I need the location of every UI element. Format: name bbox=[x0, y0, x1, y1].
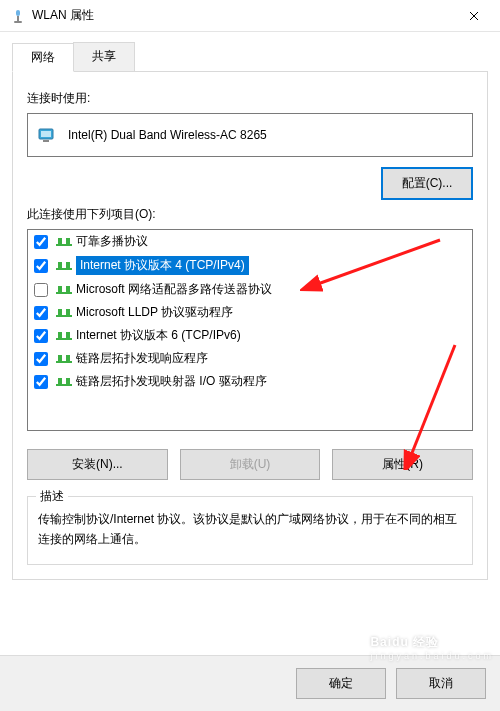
list-item-label: Internet 协议版本 6 (TCP/IPv6) bbox=[76, 327, 241, 344]
list-item[interactable]: 链路层拓扑发现映射器 I/O 驱动程序 bbox=[28, 370, 472, 393]
list-buttons: 安装(N)... 卸载(U) 属性(R) bbox=[27, 449, 473, 480]
description-group: 描述 传输控制协议/Internet 协议。该协议是默认的广域网络协议，用于在不… bbox=[27, 496, 473, 565]
items-label: 此连接使用下列项目(O): bbox=[27, 206, 473, 223]
svg-rect-25 bbox=[58, 378, 62, 384]
svg-rect-13 bbox=[58, 286, 62, 292]
list-item-label: 可靠多播协议 bbox=[76, 233, 148, 250]
tab-page-network: 连接时使用: Intel(R) Dual Band Wireless-AC 82… bbox=[12, 72, 488, 580]
list-item-checkbox[interactable] bbox=[34, 306, 48, 320]
svg-rect-22 bbox=[58, 355, 62, 361]
network-icon bbox=[56, 352, 72, 366]
svg-rect-16 bbox=[58, 309, 62, 315]
uninstall-button: 卸载(U) bbox=[180, 449, 321, 480]
list-item[interactable]: Internet 协议版本 4 (TCP/IPv4) bbox=[28, 253, 472, 278]
svg-rect-6 bbox=[56, 244, 72, 246]
tab-network[interactable]: 网络 bbox=[12, 43, 74, 72]
svg-rect-23 bbox=[66, 355, 70, 361]
svg-rect-12 bbox=[56, 292, 72, 294]
watermark-brand: Baidu 经验 bbox=[370, 635, 439, 649]
properties-button[interactable]: 属性(R) bbox=[332, 449, 473, 480]
list-item-label: 链路层拓扑发现响应程序 bbox=[76, 350, 208, 367]
list-item-checkbox[interactable] bbox=[34, 235, 48, 249]
svg-rect-21 bbox=[56, 361, 72, 363]
svg-rect-15 bbox=[56, 315, 72, 317]
svg-rect-4 bbox=[41, 131, 51, 137]
list-item-checkbox[interactable] bbox=[34, 352, 48, 366]
list-item[interactable]: 链路层拓扑发现响应程序 bbox=[28, 347, 472, 370]
svg-rect-20 bbox=[66, 332, 70, 338]
network-icon bbox=[56, 329, 72, 343]
network-icon bbox=[56, 259, 72, 273]
network-icon bbox=[56, 306, 72, 320]
network-icon bbox=[56, 283, 72, 297]
ok-button[interactable]: 确定 bbox=[296, 668, 386, 699]
svg-rect-2 bbox=[14, 21, 22, 23]
svg-rect-0 bbox=[16, 10, 20, 16]
tab-sharing[interactable]: 共享 bbox=[73, 42, 135, 71]
svg-rect-8 bbox=[66, 238, 70, 244]
svg-rect-10 bbox=[58, 262, 62, 268]
close-button[interactable] bbox=[451, 1, 496, 31]
list-item-label: Microsoft 网络适配器多路传送器协议 bbox=[76, 281, 272, 298]
list-item[interactable]: Microsoft 网络适配器多路传送器协议 bbox=[28, 278, 472, 301]
list-item-label: Microsoft LLDP 协议驱动程序 bbox=[76, 304, 233, 321]
description-legend: 描述 bbox=[36, 488, 68, 505]
svg-rect-1 bbox=[17, 16, 19, 21]
configure-button[interactable]: 配置(C)... bbox=[381, 167, 473, 200]
list-item-checkbox[interactable] bbox=[34, 259, 48, 273]
adapter-name: Intel(R) Dual Band Wireless-AC 8265 bbox=[68, 128, 267, 142]
window-title: WLAN 属性 bbox=[32, 7, 451, 24]
list-item[interactable]: 可靠多播协议 bbox=[28, 230, 472, 253]
svg-rect-17 bbox=[66, 309, 70, 315]
list-item-label: 链路层拓扑发现映射器 I/O 驱动程序 bbox=[76, 373, 267, 390]
list-item[interactable]: Internet 协议版本 6 (TCP/IPv6) bbox=[28, 324, 472, 347]
svg-rect-19 bbox=[58, 332, 62, 338]
cancel-button[interactable]: 取消 bbox=[396, 668, 486, 699]
dialog-body: 网络 共享 连接时使用: Intel(R) Dual Band Wireless… bbox=[0, 32, 500, 580]
dialog-footer: 确定 取消 bbox=[0, 655, 500, 711]
svg-rect-14 bbox=[66, 286, 70, 292]
tab-strip: 网络 共享 bbox=[12, 42, 488, 72]
list-item-label: Internet 协议版本 4 (TCP/IPv4) bbox=[76, 256, 249, 275]
adapter-icon bbox=[38, 126, 58, 144]
description-text: 传输控制协议/Internet 协议。该协议是默认的广域网络协议，用于在不同的相… bbox=[38, 509, 462, 550]
svg-rect-18 bbox=[56, 338, 72, 340]
connect-using-label: 连接时使用: bbox=[27, 90, 473, 107]
protocol-listbox[interactable]: 可靠多播协议Internet 协议版本 4 (TCP/IPv4)Microsof… bbox=[27, 229, 473, 431]
svg-rect-26 bbox=[66, 378, 70, 384]
svg-rect-24 bbox=[56, 384, 72, 386]
svg-rect-7 bbox=[58, 238, 62, 244]
network-icon bbox=[56, 375, 72, 389]
svg-rect-5 bbox=[43, 140, 49, 142]
adapter-box: Intel(R) Dual Band Wireless-AC 8265 bbox=[27, 113, 473, 157]
install-button[interactable]: 安装(N)... bbox=[27, 449, 168, 480]
list-item[interactable]: Microsoft LLDP 协议驱动程序 bbox=[28, 301, 472, 324]
network-icon bbox=[56, 235, 72, 249]
app-icon bbox=[10, 8, 26, 24]
list-item-checkbox[interactable] bbox=[34, 329, 48, 343]
svg-rect-11 bbox=[66, 262, 70, 268]
list-item-checkbox[interactable] bbox=[34, 375, 48, 389]
titlebar: WLAN 属性 bbox=[0, 0, 500, 32]
list-item-checkbox[interactable] bbox=[34, 283, 48, 297]
svg-rect-9 bbox=[56, 268, 72, 270]
